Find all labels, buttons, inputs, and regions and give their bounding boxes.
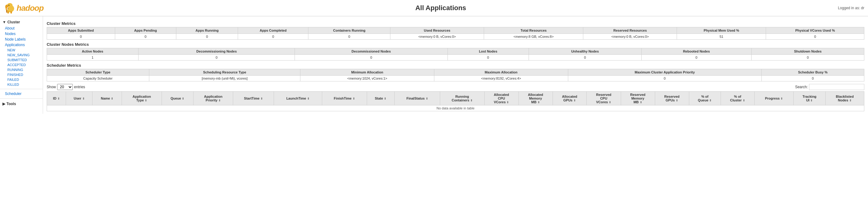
launchtime-sort-icon: ⇕ bbox=[307, 97, 310, 100]
val-scheduler-type: Capacity Scheduler bbox=[47, 76, 149, 82]
col-reserved-cpu[interactable]: ReservedCPUVCores ⇕ bbox=[587, 92, 621, 106]
val-reserved-resources: <memory:0 B, vCores:0> bbox=[583, 34, 677, 40]
col-pct-queue[interactable]: % ofQueue ⇕ bbox=[689, 92, 720, 106]
sidebar-item-submitted[interactable]: SUBMITTED bbox=[0, 57, 43, 62]
sidebar-item-finished[interactable]: FINISHED bbox=[0, 72, 43, 77]
cluster-metrics-title: Cluster Metrics bbox=[47, 21, 864, 26]
blacklistednodes-sort-icon: ⇕ bbox=[849, 99, 852, 102]
col-tracking-ui[interactable]: TrackingUI ⇕ bbox=[794, 92, 825, 106]
sidebar-item-scheduler[interactable]: Scheduler bbox=[0, 91, 43, 96]
col-max-cluster-priority: Maximum Cluster Application Priority bbox=[568, 69, 762, 76]
col-user[interactable]: User ⇕ bbox=[66, 92, 92, 106]
col-total-resources: Total Resources bbox=[484, 27, 583, 34]
val-max-allocation: <memory:8192, vCores:4> bbox=[434, 76, 568, 82]
sidebar-item-nodes[interactable]: Nodes bbox=[0, 31, 43, 36]
sidebar-item-failed[interactable]: FAILED bbox=[0, 77, 43, 82]
sidebar-item-node-labels[interactable]: Node Labels bbox=[0, 36, 43, 42]
alloccpu-sort-icon: ⇕ bbox=[506, 101, 509, 104]
col-rebooted-nodes: Rebooted Nodes bbox=[641, 48, 752, 55]
val-total-resources: <memory:8 GB, vCores:8> bbox=[484, 34, 583, 40]
sidebar-item-about[interactable]: About bbox=[0, 26, 43, 31]
search-input[interactable] bbox=[809, 84, 864, 90]
apppri-sort-icon: ⇕ bbox=[218, 99, 221, 102]
scheduler-metrics-data-row: Capacity Scheduler [memory-mb (unit=Mi),… bbox=[47, 76, 864, 82]
col-shutdown-nodes: Shutdown Nodes bbox=[752, 48, 864, 55]
svg-point-3 bbox=[9, 5, 9, 6]
col-final-status[interactable]: FinalStatus ⇕ bbox=[394, 92, 440, 106]
finishtime-sort-icon: ⇕ bbox=[352, 97, 355, 100]
col-active-nodes: Active Nodes bbox=[47, 48, 138, 55]
sidebar-item-running[interactable]: RUNNING bbox=[0, 67, 43, 72]
hadoop-logo: hadoop bbox=[4, 2, 43, 14]
table-controls: Show 10 20 50 100 entries Search: bbox=[47, 84, 864, 90]
starttime-sort-icon: ⇕ bbox=[260, 97, 263, 100]
svg-rect-5 bbox=[10, 11, 12, 13]
col-state[interactable]: State ⇕ bbox=[367, 92, 394, 106]
val-rebooted-nodes: 0 bbox=[641, 55, 752, 61]
cluster-nodes-header-row: Active Nodes Decommissioning Nodes Decom… bbox=[47, 48, 864, 55]
col-apps-running: Apps Running bbox=[176, 27, 238, 34]
queue-sort-icon: ⇕ bbox=[182, 97, 184, 100]
col-application-type[interactable]: ApplicationType ⇕ bbox=[122, 92, 161, 106]
col-phys-mem: Physical Mem Used % bbox=[677, 27, 766, 34]
col-scheduling-resource-type: Scheduling Resource Type bbox=[149, 69, 300, 76]
val-shutdown-nodes: 0 bbox=[752, 55, 864, 61]
col-blacklisted-nodes[interactable]: BlacklistedNodes ⇕ bbox=[825, 92, 864, 106]
val-unhealthy-nodes: 0 bbox=[529, 55, 641, 61]
svg-rect-4 bbox=[7, 11, 9, 13]
col-queue[interactable]: Queue ⇕ bbox=[161, 92, 193, 106]
val-apps-pending: 0 bbox=[115, 34, 176, 40]
val-phys-vcores: 0 bbox=[766, 34, 864, 40]
main-layout: ▼Cluster About Nodes Node Labels Applica… bbox=[0, 16, 868, 114]
cluster-metrics-table: Apps Submitted Apps Pending Apps Running… bbox=[47, 27, 864, 40]
cluster-nodes-metrics-title: Cluster Nodes Metrics bbox=[47, 42, 864, 47]
runningcontainers-sort-icon: ⇕ bbox=[470, 99, 473, 102]
allocmem-sort-icon: ⇕ bbox=[537, 101, 540, 104]
col-progress[interactable]: Progress ⇕ bbox=[754, 92, 793, 106]
col-alloc-mem[interactable]: AllocatedMemoryMB ⇕ bbox=[519, 92, 553, 106]
sidebar: ▼Cluster About Nodes Node Labels Applica… bbox=[0, 16, 43, 114]
col-running-containers[interactable]: RunningContainers ⇕ bbox=[440, 92, 484, 106]
col-max-allocation: Maximum Allocation bbox=[434, 69, 568, 76]
sidebar-item-accepted[interactable]: ACCEPTED bbox=[0, 62, 43, 67]
no-data-row: No data available in table bbox=[47, 106, 864, 111]
apptype-sort-icon: ⇕ bbox=[145, 99, 147, 102]
app-table-header-row: ID ⇕ User ⇕ Name ⇕ ApplicationType ⇕ Que… bbox=[47, 92, 864, 106]
sidebar-item-applications[interactable]: Applications bbox=[0, 42, 43, 48]
val-decommissioning-nodes: 0 bbox=[138, 55, 295, 61]
col-scheduler-type: Scheduler Type bbox=[47, 69, 149, 76]
val-containers-running: 0 bbox=[308, 34, 390, 40]
hadoop-logo-text: hadoop bbox=[17, 3, 43, 13]
val-decommissioned-nodes: 0 bbox=[295, 55, 447, 61]
cluster-section-title[interactable]: ▼Cluster bbox=[0, 19, 43, 26]
col-reserved-mem[interactable]: ReservedMemoryMB ⇕ bbox=[621, 92, 655, 106]
tools-section-title[interactable]: ▶Tools bbox=[0, 100, 43, 107]
reservedmem-sort-icon: ⇕ bbox=[640, 101, 642, 104]
col-alloc-cpu[interactable]: AllocatedCPUVCores ⇕ bbox=[484, 92, 519, 106]
col-launch-time[interactable]: LaunchTime ⇕ bbox=[274, 92, 322, 106]
sidebar-item-new-saving[interactable]: NEW_SAVING bbox=[0, 53, 43, 57]
col-id[interactable]: ID ⇕ bbox=[47, 92, 66, 106]
val-min-allocation: <memory:1024, vCores:1> bbox=[300, 76, 434, 82]
col-pct-cluster[interactable]: % ofCluster ⇕ bbox=[720, 92, 754, 106]
col-apps-pending: Apps Pending bbox=[115, 27, 176, 34]
val-lost-nodes: 0 bbox=[447, 55, 529, 61]
col-apps-completed: Apps Completed bbox=[238, 27, 308, 34]
val-apps-running: 0 bbox=[176, 34, 238, 40]
show-entries: Show 10 20 50 100 entries bbox=[47, 84, 85, 90]
col-start-time[interactable]: StartTime ⇕ bbox=[233, 92, 274, 106]
sidebar-item-killed[interactable]: KILLED bbox=[0, 82, 43, 87]
col-finish-time[interactable]: FinishTime ⇕ bbox=[322, 92, 367, 106]
col-phys-vcores: Physical VCores Used % bbox=[766, 27, 864, 34]
col-reserved-gpus[interactable]: ReservedGPUs ⇕ bbox=[655, 92, 689, 106]
sidebar-item-new[interactable]: NEW bbox=[0, 48, 43, 53]
col-alloc-gpus[interactable]: AllocatedGPUs ⇕ bbox=[553, 92, 587, 106]
show-label: Show bbox=[47, 85, 56, 89]
applications-table: ID ⇕ User ⇕ Name ⇕ ApplicationType ⇕ Que… bbox=[47, 91, 864, 111]
login-info: Logged in as: dr bbox=[838, 6, 864, 10]
search-label: Search: bbox=[795, 85, 808, 89]
col-application-priority[interactable]: ApplicationPriority ⇕ bbox=[193, 92, 233, 106]
col-name[interactable]: Name ⇕ bbox=[92, 92, 122, 106]
reservedgpus-sort-icon: ⇕ bbox=[676, 99, 678, 102]
entries-select[interactable]: 10 20 50 100 bbox=[57, 84, 73, 90]
